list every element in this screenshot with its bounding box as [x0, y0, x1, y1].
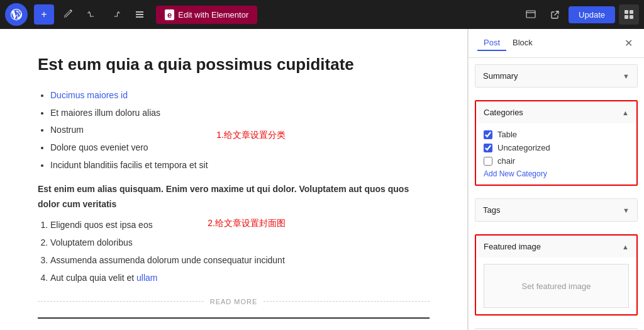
svg-rect-6	[630, 10, 633, 14]
summary-chevron: ▼	[623, 72, 630, 80]
toolbar-right-actions: Update	[521, 4, 639, 25]
bold-paragraph: Est enim eum alias quisquam. Enim vero m…	[38, 182, 430, 212]
ducimus-link[interactable]: Ducimus maiores id	[50, 90, 128, 100]
read-more-text: READ MORE	[210, 296, 258, 308]
list-icon	[135, 9, 145, 20]
list-item: Voluptatem doloribus	[50, 236, 430, 251]
category-table: Table	[484, 130, 629, 139]
svg-rect-7	[625, 15, 628, 19]
editor-area: Est eum quia a quia possimus cupiditate …	[0, 29, 468, 330]
summary-header[interactable]: Summary ▼	[475, 65, 637, 87]
add-new-category-link[interactable]: Add New Category	[484, 169, 629, 178]
featured-image-label: Featured image	[484, 242, 541, 251]
bullet-list: Ducimus maiores id Et maiores illum dolo…	[38, 88, 430, 173]
elementor-e-icon: e	[165, 9, 174, 20]
category-chair: chair	[484, 156, 629, 166]
list-item: Nostrum	[50, 123, 430, 138]
categories-chevron: ▲	[622, 109, 629, 117]
category-uncategorized: Uncategorized	[484, 143, 629, 152]
elementor-edit-button[interactable]: e Edit with Elementor	[156, 6, 257, 24]
numbered-list: Eligendi quos est ipsa eos Voluptatem do…	[38, 218, 430, 285]
tags-label: Tags	[483, 205, 500, 215]
preview-icon	[526, 9, 536, 20]
category-chair-label: chair	[497, 156, 515, 166]
svg-rect-3	[526, 11, 535, 18]
tags-section: Tags ▼	[475, 198, 638, 222]
right-sidebar: Post Block ✕ Summary ▼ Categories ▲ Tabl…	[468, 29, 644, 330]
list-item: Assumenda assumenda dolorum unde consequ…	[50, 253, 430, 268]
category-table-label: Table	[497, 130, 517, 139]
list-item: Ducimus maiores id	[50, 88, 430, 103]
featured-image-section: Featured image ▲ Set featured image	[475, 234, 638, 316]
tab-block[interactable]: Block	[506, 35, 539, 51]
category-table-checkbox[interactable]	[484, 130, 492, 139]
main-toolbar: + e Edit with Elementor Update	[0, 0, 644, 29]
main-area: Est eum quia a quia possimus cupiditate …	[0, 29, 644, 330]
tab-post[interactable]: Post	[477, 35, 506, 51]
wp-logo[interactable]	[5, 3, 28, 26]
featured-image-content: Set featured image	[476, 258, 636, 314]
list-item: Incidunt blanditiis facilis et tempora e…	[50, 158, 430, 173]
add-block-button[interactable]: +	[34, 4, 54, 25]
ullam-link[interactable]: ullam	[136, 273, 157, 283]
category-uncategorized-checkbox[interactable]	[484, 144, 492, 152]
summary-label: Summary	[483, 71, 518, 81]
undo-button[interactable]	[82, 4, 102, 25]
category-chair-checkbox[interactable]	[484, 157, 492, 166]
list-item: Aut culpa quia velit et ullam	[50, 271, 430, 286]
preview-button[interactable]	[521, 4, 541, 25]
list-item: Eligendi quos est ipsa eos	[50, 218, 430, 233]
update-button[interactable]: Update	[569, 6, 615, 23]
elementor-btn-label: Edit with Elementor	[178, 10, 248, 20]
edit-pen-button[interactable]	[58, 4, 78, 25]
external-link-icon	[550, 10, 560, 20]
undo-icon	[87, 9, 97, 20]
separator-line	[38, 317, 430, 319]
svg-rect-8	[630, 15, 633, 19]
set-featured-image-btn[interactable]: Set featured image	[484, 264, 629, 308]
summary-section: Summary ▼	[475, 64, 638, 88]
featured-image-chevron: ▲	[622, 243, 629, 251]
featured-image-header[interactable]: Featured image ▲	[476, 236, 636, 258]
categories-content: Table Uncategorized chair Add New Catego…	[476, 123, 636, 185]
read-more-divider: READ MORE	[38, 296, 430, 308]
redo-icon	[111, 9, 121, 20]
tags-header[interactable]: Tags ▼	[475, 199, 637, 221]
redo-button[interactable]	[106, 4, 126, 25]
tags-chevron: ▼	[623, 207, 630, 214]
categories-header[interactable]: Categories ▲	[476, 101, 636, 123]
content-body: Ducimus maiores id Et maiores illum dolo…	[38, 88, 430, 330]
list-view-button[interactable]	[130, 4, 150, 25]
external-link-button[interactable]	[545, 4, 565, 25]
pen-icon	[63, 9, 73, 20]
categories-section: Categories ▲ Table Uncategorized chair A…	[475, 100, 638, 186]
list-item: Et maiores illum doloru alias	[50, 106, 430, 121]
sidebar-header: Post Block ✕	[469, 29, 644, 58]
list-item: Dolore quos eveniet vero	[50, 140, 430, 156]
svg-rect-5	[625, 10, 628, 14]
category-uncategorized-label: Uncategorized	[497, 143, 550, 152]
editor-wrapper: Est eum quia a quia possimus cupiditate …	[0, 29, 468, 330]
wp-logo-icon	[10, 8, 23, 21]
settings-button[interactable]	[619, 4, 639, 25]
categories-label: Categories	[484, 108, 523, 117]
post-title[interactable]: Est eum quia a quia possimus cupiditate	[38, 54, 430, 76]
settings-icon	[624, 9, 634, 20]
sidebar-close-button[interactable]: ✕	[622, 36, 635, 50]
